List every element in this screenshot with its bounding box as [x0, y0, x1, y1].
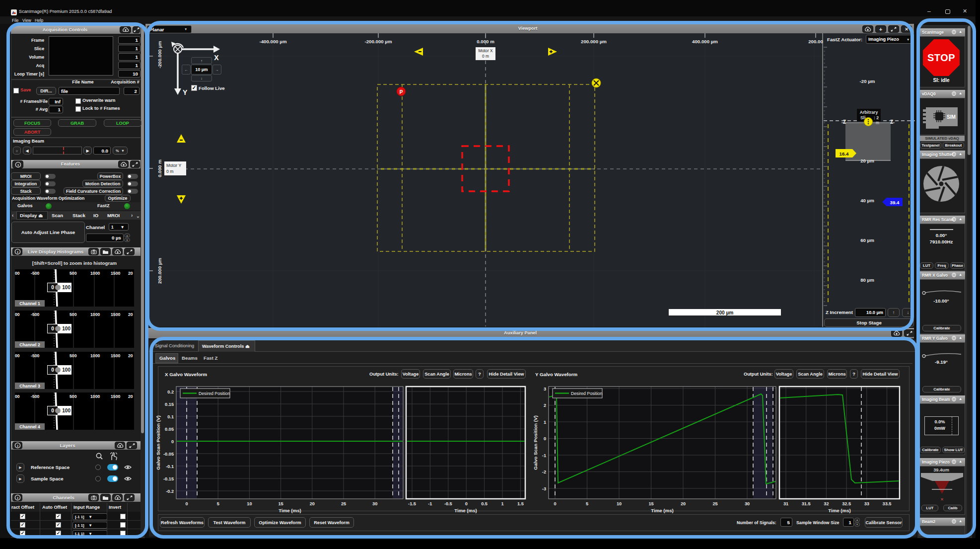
- svg-text:15: 15: [278, 501, 283, 506]
- svg-text:33.5: 33.5: [883, 501, 892, 506]
- svg-text:20: 20: [310, 501, 315, 506]
- svg-text:25: 25: [712, 501, 717, 506]
- svg-text:-0.1: -0.1: [166, 464, 174, 469]
- svg-text:-1: -1: [542, 453, 546, 458]
- svg-text:0.2: 0.2: [167, 390, 174, 394]
- svg-text:3: 3: [544, 387, 546, 392]
- svg-text:Time (ms): Time (ms): [828, 508, 851, 513]
- svg-text:Desired Position: Desired Position: [571, 391, 602, 396]
- svg-text:33: 33: [864, 501, 869, 506]
- svg-text:-3: -3: [542, 486, 546, 491]
- svg-text:-0.15: -0.15: [163, 476, 174, 481]
- svg-text:-2: -2: [542, 470, 546, 474]
- svg-text:0: 0: [171, 439, 174, 444]
- svg-text:32.5: 32.5: [842, 501, 851, 506]
- svg-text:20: 20: [681, 501, 686, 506]
- svg-text:0: 0: [185, 501, 188, 506]
- svg-text:5: 5: [217, 501, 219, 506]
- svg-text:Time (ms): Time (ms): [651, 508, 674, 513]
- svg-text:1.5: 1.5: [517, 501, 524, 506]
- svg-text:15: 15: [648, 501, 653, 506]
- svg-text:1: 1: [501, 501, 503, 506]
- svg-text:0.05: 0.05: [165, 427, 174, 432]
- svg-text:0: 0: [554, 501, 556, 506]
- svg-text:0.1: 0.1: [167, 414, 174, 419]
- svg-text:25: 25: [341, 501, 346, 506]
- svg-text:Galvo Scan Position (V): Galvo Scan Position (V): [155, 415, 161, 470]
- svg-text:-1.5: -1.5: [408, 501, 416, 506]
- svg-text:-0.2: -0.2: [166, 489, 174, 494]
- svg-text:-0.5: -0.5: [444, 501, 452, 506]
- svg-text:-0.05: -0.05: [163, 452, 174, 457]
- svg-text:Time (ms): Time (ms): [454, 508, 477, 513]
- svg-text:-1: -1: [428, 501, 432, 506]
- svg-text:Galvo Scan Position (V): Galvo Scan Position (V): [533, 415, 538, 470]
- svg-text:10: 10: [247, 501, 252, 506]
- svg-text:1: 1: [544, 420, 546, 425]
- svg-text:31: 31: [783, 501, 788, 506]
- svg-text:0: 0: [544, 436, 546, 441]
- svg-text:31.5: 31.5: [802, 501, 811, 506]
- svg-text:30: 30: [745, 501, 750, 506]
- svg-text:0.5: 0.5: [481, 501, 488, 506]
- svg-text:2: 2: [544, 403, 546, 408]
- svg-text:10: 10: [617, 501, 622, 506]
- svg-text:Time (ms): Time (ms): [279, 508, 301, 513]
- svg-text:30: 30: [372, 501, 377, 506]
- svg-text:0.15: 0.15: [165, 402, 174, 407]
- svg-text:32: 32: [824, 501, 829, 506]
- svg-text:Desired Position: Desired Position: [199, 391, 230, 396]
- svg-text:0: 0: [465, 501, 468, 506]
- svg-text:5: 5: [586, 501, 588, 506]
